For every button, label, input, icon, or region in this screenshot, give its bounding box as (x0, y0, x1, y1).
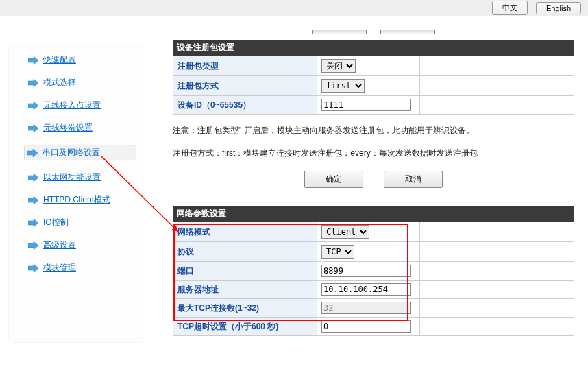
reg-type-select[interactable]: 关闭 (321, 59, 356, 73)
arrow-right-icon (28, 101, 39, 110)
device-id-label: 设备ID（0~65535） (173, 96, 317, 115)
maxconn-label: 最大TCP连接数(1~32) (173, 299, 317, 318)
reg-type-label: 注册包类型 (173, 56, 317, 76)
arrow-right-icon (28, 173, 39, 182)
arrow-right-icon (28, 241, 39, 250)
arrow-right-icon (28, 263, 39, 273)
reg-mode-select[interactable]: first (321, 79, 365, 93)
sidebar-item-label: 快速配置 (43, 54, 76, 66)
sidebar-item-1[interactable]: 模式选择 (28, 77, 136, 88)
cancel-button[interactable]: 取消 (384, 171, 443, 188)
device-id-input[interactable] (321, 99, 411, 111)
proto-label: 协议 (173, 242, 317, 262)
net-mode-label: 网络模式 (173, 222, 317, 242)
truncated-buttons-top (173, 30, 574, 34)
sidebar-item-3[interactable]: 无线终端设置 (28, 122, 136, 134)
sidebar: 快速配置模式选择无线接入点设置无线终端设置串口及网络设置以太网功能设置HTTPD… (8, 43, 145, 343)
port-label: 端口 (173, 262, 317, 281)
arrow-right-icon (28, 218, 39, 228)
net-table: 网络模式 Client 协议 TCP 端口 服务器地址 最大TCP连接数(1~3… (173, 222, 574, 336)
note-1: 注意：注册包类型" 开启后，模块主动向服务器发送注册包，此功能用于辨识设备。 (173, 124, 574, 137)
sidebar-item-8[interactable]: 高级设置 (28, 239, 136, 251)
sidebar-item-0[interactable]: 快速配置 (28, 54, 136, 66)
sidebar-item-label: 串口及网络设置 (42, 147, 100, 158)
timeout-label: TCP超时设置（小于600 秒) (173, 318, 317, 336)
lang-cn-button[interactable]: 中文 (492, 1, 528, 15)
sidebar-item-label: 无线终端设置 (43, 122, 93, 134)
arrow-right-icon (28, 195, 39, 205)
port-input[interactable] (321, 265, 411, 277)
sidebar-item-label: HTTPD Client模式 (43, 194, 110, 206)
arrow-right-icon (27, 148, 38, 158)
arrow-right-icon (28, 123, 39, 133)
sidebar-item-6[interactable]: HTTPD Client模式 (28, 194, 136, 206)
sidebar-item-9[interactable]: 模块管理 (28, 262, 136, 274)
arrow-right-icon (28, 56, 39, 65)
arrow-right-icon (28, 78, 39, 88)
sidebar-item-2[interactable]: 无线接入点设置 (28, 99, 136, 111)
reg-mode-label: 注册包方式 (173, 76, 317, 96)
sidebar-item-7[interactable]: IO控制 (28, 217, 136, 228)
server-input[interactable] (321, 283, 411, 296)
sidebar-item-label: 高级设置 (43, 239, 76, 251)
reg-section-header: 设备注册包设置 (173, 40, 574, 56)
timeout-input[interactable] (321, 320, 411, 333)
lang-en-button[interactable]: English (536, 2, 581, 14)
maxconn-input (321, 302, 411, 314)
proto-select[interactable]: TCP (321, 245, 354, 259)
sidebar-item-label: 无线接入点设置 (43, 99, 101, 111)
sidebar-item-5[interactable]: 以太网功能设置 (28, 171, 136, 183)
sidebar-item-label: 模式选择 (43, 77, 76, 88)
reg-table: 注册包类型 关闭 注册包方式 first 设备ID（0~65535） (173, 56, 574, 115)
net-mode-select[interactable]: Client (321, 225, 369, 239)
sidebar-item-label: 以太网功能设置 (43, 171, 101, 183)
net-section-header: 网络参数设置 (173, 206, 574, 222)
sidebar-item-label: 模块管理 (43, 262, 76, 274)
note-2: 注册包方式：first：模块建立连接时发送注册包；every：每次发送数据时发送… (173, 147, 574, 160)
sidebar-item-4[interactable]: 串口及网络设置 (24, 145, 136, 160)
sidebar-item-label: IO控制 (43, 217, 69, 228)
ok-button[interactable]: 确定 (304, 171, 363, 188)
server-label: 服务器地址 (173, 281, 317, 299)
